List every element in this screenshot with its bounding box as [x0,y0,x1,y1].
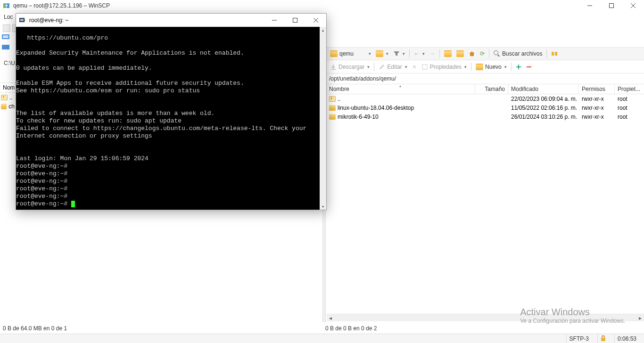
svg-rect-11 [422,65,427,69]
download-icon [330,64,337,70]
remote-columns-header: Nombre ▴ Tamaño Modificado Permisos Prop… [326,84,644,94]
terminal-maximize-button[interactable] [285,14,305,27]
search-icon [494,50,500,57]
edit-icon [379,64,385,70]
status-right: 0 B de 0 B en 0 de 2 [322,324,380,333]
refresh-button[interactable]: ⟳ [478,49,487,58]
left-row-item[interactable]: ch [0,102,16,111]
left-col-header[interactable]: Nom [0,82,16,93]
folder-new-icon [476,64,483,70]
svg-rect-10 [555,52,557,56]
terminal-scrollbar[interactable]: ▴ ▾ [320,27,326,210]
back-button[interactable]: ← [412,49,427,58]
parent-dir-icon [329,96,336,102]
remote-action-toolbar: Descargar Editar ✕ Propiedades Nuevo [326,60,644,74]
svg-rect-8 [2,45,9,49]
edit-button: Editar [377,63,409,71]
lock-icon [601,335,606,342]
minus-button[interactable] [524,63,534,71]
folder-icon [329,105,336,111]
search-button[interactable]: Buscar archivos [492,49,544,58]
status-protocol: SFTP-3 [566,334,592,343]
folder-icon [330,50,338,57]
status-time: 0:06:53 [614,334,639,343]
delete-button: ✕ [410,63,419,71]
remote-folder-selector[interactable]: qemu▾ [328,49,373,58]
winscp-icon [3,2,10,9]
terminal-title: root@eve-ng: ~ [29,17,68,24]
minus-icon [526,64,532,70]
bottom-statusbar: SFTP-3 0:06:53 [0,334,644,343]
remote-path[interactable]: /opt/unetlab/addons/qemu/ [326,74,644,84]
close-button[interactable] [622,0,644,11]
properties-icon [421,64,428,70]
scroll-right-icon[interactable]: ▸ [636,314,644,322]
window-title: qemu – root@172.25.1.196 – WinSCP [13,2,110,9]
status-left: 0 B de 64.0 MB en 0 de 1 [0,324,70,333]
left-row-up[interactable]: .. [0,93,16,102]
col-permisos[interactable]: Permisos [579,84,615,94]
svg-rect-14 [20,19,24,21]
filter-icon [393,50,400,57]
remote-file-list: ..22/02/2023 06:09:04 a. m.rwxr-xr-xroot… [326,94,644,121]
terminal-close-button[interactable] [305,14,326,27]
folder-up-icon [444,50,452,57]
forward-button[interactable]: → [428,49,437,58]
svg-rect-3 [610,4,614,8]
properties-button: Propiedades [420,63,469,71]
arrow-right-icon: → [429,50,435,57]
svg-rect-7 [3,35,8,38]
home-button[interactable] [467,49,477,58]
terminal-cursor [71,201,75,207]
col-propiet[interactable]: Propiet... [615,84,644,94]
table-row[interactable]: ..22/02/2023 06:09:04 a. m.rwxr-xr-xroot [326,94,644,103]
filter-button[interactable] [391,49,407,58]
scroll-left-icon[interactable]: ◂ [327,314,334,322]
x-icon: ✕ [412,64,417,70]
svg-rect-9 [552,52,554,56]
parent-dir-icon [1,95,8,100]
sync-icon [551,50,558,57]
plus-button[interactable] [514,63,523,71]
sort-indicator-icon: ▴ [399,84,401,88]
folder-root-icon [456,50,464,57]
new-folder-button[interactable] [374,49,390,58]
drive-icon [2,34,9,40]
home-icon [469,50,475,57]
sync-dirs-button[interactable] [549,49,560,58]
terminal-minimize-button[interactable] [264,14,285,27]
folder-plus-icon [376,50,383,57]
refresh-icon: ⟳ [480,50,485,57]
col-modificado[interactable]: Modificado [508,84,579,94]
plus-icon [516,64,521,70]
terminal-output[interactable]: https://ubuntu.com/pro Expanded Security… [16,27,320,210]
folder-icon [1,104,7,109]
putty-icon [19,16,26,24]
remote-hscrollbar[interactable]: ◂ ▸ [327,314,644,321]
maximize-button[interactable] [601,0,622,11]
terminal-window: root@eve-ng: ~ https://ubuntu.com/pro Ex… [16,13,327,210]
status-encryption [597,334,609,343]
scroll-down-icon[interactable]: ▾ [320,203,326,210]
svg-rect-16 [293,18,297,23]
new-button[interactable]: Nuevo [474,63,509,71]
arrow-left-icon: ← [414,50,420,57]
table-row[interactable]: linux-ubuntu-18.04.06-desktop11/05/2022 … [326,103,644,112]
download-button: Descargar [328,63,372,71]
terminal-titlebar[interactable]: root@eve-ng: ~ [16,14,326,27]
disk-icon [2,44,9,50]
remote-nav-toolbar: qemu▾ ← → ⟳ Buscar archivos [326,47,644,60]
col-tamano[interactable]: Tamaño [475,84,508,94]
scroll-up-icon[interactable]: ▴ [320,27,326,33]
root-button[interactable] [454,49,466,58]
folder-icon [329,114,336,120]
left-file-list-fragment: Nom .. ch [0,82,16,111]
parent-button[interactable] [442,49,454,58]
minimize-button[interactable] [579,0,601,11]
table-row[interactable]: mikrotik-6-49-1026/01/2024 03:10:26 p. m… [326,112,644,121]
main-titlebar: qemu – root@172.25.1.196 – WinSCP [0,0,644,11]
svg-rect-12 [601,338,605,341]
